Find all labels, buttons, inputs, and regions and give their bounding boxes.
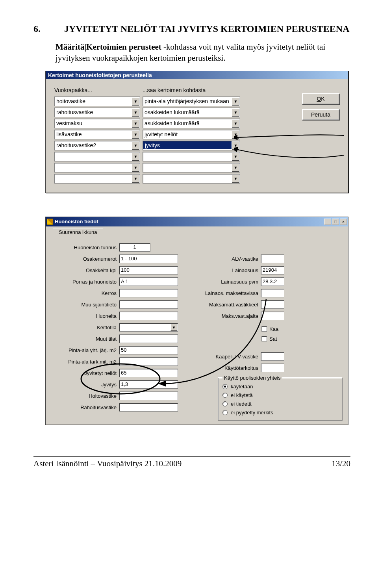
- label-pintayht: Pinta-ala yht. järj. m2: [53, 347, 119, 353]
- group-title: Käyttö puolisoiden yhteis: [222, 375, 282, 381]
- chevron-down-icon: ▼: [132, 119, 139, 128]
- checkbox-sat[interactable]: Sat: [261, 334, 277, 344]
- label-muuttilat: Muut tilat: [53, 336, 119, 342]
- combo-kerroin-4[interactable]: jyvitys▼: [143, 141, 240, 150]
- close-button[interactable]: ×: [340, 219, 347, 225]
- cancel-button[interactable]: Peruuta: [302, 109, 339, 120]
- input-kaapeli[interactable]: [261, 352, 284, 361]
- footer-right: 13/20: [332, 459, 350, 469]
- label-hoitovastike: Hoitovastike: [53, 393, 119, 399]
- input-tunnus[interactable]: 1: [119, 243, 150, 252]
- dialog-title: Kertoimet huoneistotietojen perusteella: [46, 71, 348, 79]
- input-kerros[interactable]: [119, 289, 178, 297]
- chevron-down-icon: ▼: [170, 324, 177, 331]
- label-tunnus: Huoneiston tunnus: [53, 245, 119, 250]
- chevron-down-icon: ▼: [132, 174, 139, 183]
- label-sijainti: Muu sijaintitieto: [53, 302, 119, 308]
- input-muuttilat[interactable]: [119, 334, 178, 343]
- combo-kerroin-5[interactable]: ▼: [143, 152, 240, 161]
- intro-paragraph: Määritä|Kertoimien perusteet -kohdassa v…: [56, 41, 350, 64]
- footer-divider: [33, 456, 350, 457]
- input-kayttotarkoitus[interactable]: [261, 364, 284, 372]
- input-huoneita[interactable]: [119, 312, 178, 320]
- chevron-down-icon: ▼: [232, 108, 239, 117]
- input-lainaosuus[interactable]: 21904: [261, 266, 284, 275]
- radio-group-kaytto: Käyttö puolisoiden yhteis käytetään ei k…: [218, 378, 343, 421]
- input-jyvitys[interactable]: 1,3: [119, 380, 178, 389]
- chevron-down-icon: ▼: [132, 141, 139, 150]
- chevron-down-icon: ▼: [232, 130, 239, 139]
- combo-vuokrapaikka-7[interactable]: ▼: [54, 174, 140, 184]
- label-osakenumerot: Osakenumerot: [53, 256, 119, 262]
- chevron-down-icon: ▼: [132, 163, 139, 172]
- chevron-down-icon: ▼: [132, 108, 139, 117]
- combo-vuokrapaikka-5[interactable]: ▼: [54, 152, 140, 161]
- combo-kerroin-3[interactable]: jyvitetyt neliöt▼: [143, 130, 240, 139]
- dialog2-title: Huoneiston tiedot: [55, 219, 323, 224]
- col-label-vuokrapaikka: Vuokrapaikka...: [54, 87, 141, 93]
- label-pintatark: Pinta-ala tark.mit. m2: [53, 359, 119, 365]
- input-osakenumerot[interactable]: 1 - 100: [119, 254, 178, 263]
- label-lainaosuus: Lainaosuus: [198, 267, 261, 273]
- huoneiston-tiedot-dialog: Huoneiston tiedot _ □ × Suurenna ikkuna …: [45, 217, 348, 425]
- label-porras: Porras ja huoneisto: [53, 279, 119, 285]
- maximize-button[interactable]: □: [332, 219, 339, 225]
- chevron-down-icon: ▼: [232, 141, 239, 150]
- input-pintayht[interactable]: 50: [119, 346, 178, 354]
- label-huoneita: Huoneita: [53, 313, 119, 319]
- input-porras[interactable]: A 1: [119, 277, 178, 286]
- input-maksamatt[interactable]: [261, 300, 284, 309]
- combo-kerroin-1[interactable]: osakkeiden lukumäärä▼: [143, 108, 240, 117]
- input-hoitovastike[interactable]: [119, 391, 178, 400]
- combo-vuokrapaikka-3[interactable]: lisävastike▼: [54, 130, 140, 139]
- label-alv: ALV-vastike: [198, 256, 261, 262]
- section-title: JYVITETYT NELIÖT TAI JYVITYS KERTOIMIEN …: [64, 24, 349, 34]
- combo-kerroin-7[interactable]: ▼: [143, 174, 240, 184]
- col-label-kerroin: ...saa kertoimen kohdasta: [143, 87, 206, 93]
- radio-ei-tiedeta[interactable]: ei tiedetä: [222, 400, 339, 408]
- combo-vuokrapaikka-6[interactable]: ▼: [54, 163, 140, 173]
- chevron-down-icon: ▼: [232, 119, 239, 128]
- radio-ei-pyydetty[interactable]: ei pyydetty merkits: [222, 408, 339, 417]
- combo-keittotila[interactable]: ▼: [119, 323, 178, 332]
- label-jyvneliot: Jyvitetyt neliöt: [53, 370, 119, 376]
- label-keittotila: Keittotila: [53, 325, 119, 330]
- combo-vuokrapaikka-2[interactable]: vesimaksu▼: [54, 119, 140, 128]
- chevron-down-icon: ▼: [232, 174, 239, 183]
- input-alv[interactable]: [261, 254, 284, 263]
- app-icon: [47, 219, 53, 225]
- label-jyvitys: Jyvitys: [53, 382, 119, 388]
- input-lainapvm[interactable]: 28.3.2: [261, 277, 284, 286]
- input-maksettavissa[interactable]: [261, 289, 284, 297]
- footer-left: Asteri Isännöinti – Vuosipäivitys 21.10.…: [33, 459, 182, 469]
- label-kerros: Kerros: [53, 290, 119, 296]
- label-kayttotarkoitus: Käyttötarkoitus: [198, 365, 261, 371]
- section-number: 6.: [33, 24, 41, 34]
- input-pintatark[interactable]: [119, 357, 178, 366]
- radio-kaytetaan[interactable]: käytetään: [222, 382, 339, 391]
- input-maksajalta[interactable]: [261, 312, 284, 320]
- input-jyvneliot[interactable]: 65: [119, 369, 178, 377]
- combo-kerroin-0[interactable]: pinta-ala yhtiöjärjestyksen mukaan▼: [143, 96, 240, 106]
- combo-vuokrapaikka-0[interactable]: hoitovastike▼: [54, 96, 140, 106]
- chevron-down-icon: ▼: [232, 152, 239, 161]
- label-maksajalta: Maks.vast.ajalta: [198, 313, 261, 319]
- ok-button[interactable]: OK: [302, 93, 339, 104]
- chevron-down-icon: ▼: [132, 130, 139, 139]
- chevron-down-icon: ▼: [132, 97, 139, 106]
- input-osakekpl[interactable]: 100: [119, 266, 178, 275]
- checkbox-kaa[interactable]: Kaa: [261, 324, 278, 334]
- minimize-button[interactable]: _: [324, 219, 331, 225]
- combo-vuokrapaikka-4[interactable]: rahoitusvastike2▼: [54, 141, 140, 150]
- combo-vuokrapaikka-1[interactable]: rahoitusvastike▼: [54, 108, 140, 117]
- suurenna-button[interactable]: Suurenna ikkuna: [53, 228, 103, 236]
- label-osakekpl: Osakkeita kpl: [53, 267, 119, 273]
- radio-ei-kayteta[interactable]: ei käytetä: [222, 391, 339, 400]
- combo-kerroin-6[interactable]: ▼: [143, 163, 240, 173]
- input-sijainti[interactable]: [119, 300, 178, 309]
- kertoimet-dialog: Kertoimet huoneistotietojen perusteella …: [45, 71, 348, 193]
- chevron-down-icon: ▼: [232, 97, 239, 106]
- input-rahoitusvastike[interactable]: [119, 403, 178, 412]
- combo-kerroin-2[interactable]: asukkaiden lukumäärä▼: [143, 119, 240, 128]
- label-maksamatt: Maksamatt.vastikkeet: [198, 302, 261, 308]
